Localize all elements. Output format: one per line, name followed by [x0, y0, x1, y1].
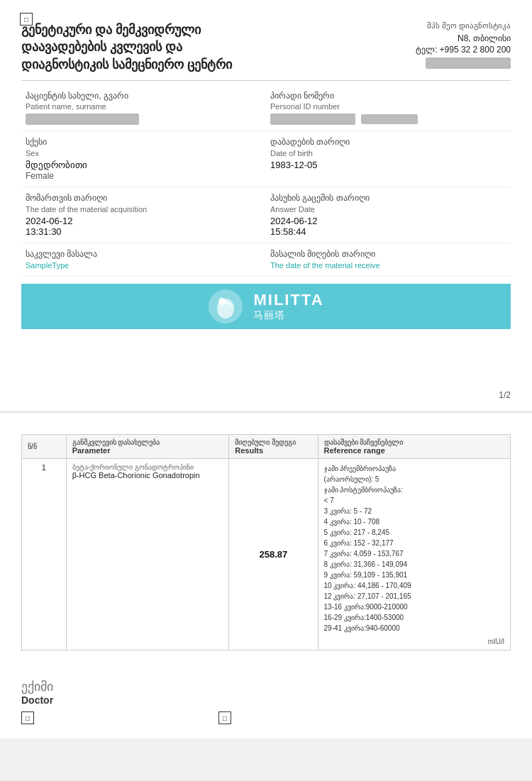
material-date-value: 2024-06-12 13:31:30 — [26, 216, 262, 237]
col-ref-geo: დასაშვები მაჩვენებელი — [324, 438, 504, 446]
doctor-label-en: Doctor — [21, 694, 511, 706]
result-value: 258.87 — [260, 549, 288, 560]
param-en: β-HCG Beta-Chorionic Gonadotropin — [72, 471, 223, 480]
personal-id-blurred2 — [361, 114, 418, 124]
banner-subtitle: 马丽塔 — [253, 309, 285, 322]
col-result-geo: მიღებული შედეგი — [235, 438, 311, 446]
patient-name-cell: პაციენტის სახელი, გვარი Patient name, su… — [21, 85, 266, 131]
col-ref-en: Reference range — [324, 446, 504, 455]
militta-logo-icon — [208, 289, 243, 324]
col-header-ref: დასაშვები მაჩვენებელი Reference range — [318, 435, 510, 459]
col-header-result: მიღებული შედეგი Results — [229, 435, 318, 459]
sig-box-1: □ — [21, 711, 34, 724]
unit: mIU/l — [324, 638, 504, 646]
sex-cell: სქესი Sex მდედრობითი Female — [21, 131, 266, 187]
material-date-label-en: The date of the material acquisition — [26, 204, 262, 214]
personal-id-label-geo: პირადი ნომერი — [270, 91, 506, 102]
sig-box-2: □ — [218, 711, 231, 724]
dob-value: 1983-12-05 — [270, 160, 506, 170]
clinic-info: შპს მეო დიაგნოსტიკა N8, თბილისი ტელ: +99… — [416, 21, 511, 73]
info-grid: პაციენტის სახელი, გვარი Patient name, su… — [21, 85, 511, 277]
answer-date-value: 2024-06-12 15:58:44 — [270, 216, 506, 237]
sample-type-cell: საკვლევი მასალა SampleType — [21, 243, 266, 277]
personal-id-cell: პირადი ნომერი Personal ID number — [266, 85, 511, 131]
col-result-en: Results — [235, 446, 311, 455]
personal-id-value — [270, 113, 506, 126]
header-divider — [21, 80, 511, 81]
corner-box: □ — [20, 13, 33, 26]
results-table: ნ/ნ განმკვლევის დასახელება Parameter მიღ… — [21, 434, 511, 650]
sex-label-geo: სქესი — [26, 137, 262, 148]
personal-id-blurred — [270, 113, 355, 125]
ref-range: ჯამი პრეემბრიოპაუზა (არაორსული): 5 ჯამი … — [324, 463, 504, 633]
sample-type-label-en: SampleType — [26, 260, 262, 270]
col-header-param: განმკვლევის დასახელება Parameter — [66, 435, 229, 459]
sex-label-en: Sex — [26, 148, 262, 158]
row-ref: ჯამი პრეემბრიოპაუზა (არაორსული): 5 ჯამი … — [318, 459, 510, 650]
answer-date-cell: პასუხის გაცემის თარიღი Answer Date 2024-… — [266, 187, 511, 243]
material-date-label-geo: მომართვის თარიღი — [26, 193, 262, 204]
personal-id-label-en: Personal ID number — [270, 101, 506, 111]
page-2: ნ/ნ განმკვლევის დასახელება Parameter მიღ… — [0, 411, 532, 738]
banner-brand: MILITTA — [253, 291, 323, 309]
dob-label-geo: დაბადების თარიღი — [270, 137, 506, 148]
page-number: 1/2 — [499, 390, 511, 400]
doctor-signatures: □ □ — [21, 711, 511, 724]
page-1: □ გენეტიკური და მემკვიდრული დაავადებების… — [0, 0, 532, 404]
material-receive-cell: მასალის მიღების თარიღი The date of the m… — [266, 243, 511, 277]
doctor-section: ექიმი Doctor □ □ — [21, 672, 511, 724]
row-num: 1 — [22, 459, 67, 650]
row-param: ბეტა-ქორიონული გონადოტროპინიβ-HCG Beta-C… — [66, 459, 229, 650]
table-row: 1ბეტა-ქორიონული გონადოტროპინიβ-HCG Beta-… — [22, 459, 511, 650]
row-result: 258.87 — [229, 459, 318, 650]
clinic-phone: ტელ: +995 32 2 800 200 — [416, 45, 511, 55]
clinic-id-blurred — [416, 57, 511, 69]
col-param-geo: განმკვლევის დასახელება — [72, 438, 223, 446]
doctor-label-geo: ექიმი — [21, 679, 511, 694]
col-param-en: Parameter — [72, 446, 223, 455]
sex-value: მდედრობითი Female — [26, 160, 262, 181]
clinic-section-label: შპს მეო დიაგნოსტიკა — [416, 21, 511, 31]
dob-cell: დაბადების თარიღი Date of birth 1983-12-0… — [266, 131, 511, 187]
dob-label-en: Date of birth — [270, 148, 506, 158]
material-receive-label-geo: მასალის მიღების თარიღი — [270, 249, 506, 260]
material-receive-label-en: The date of the material receive — [270, 260, 506, 270]
header-row: გენეტიკური და მემკვიდრული დაავადებების კ… — [21, 21, 511, 73]
banner: MILITTA 马丽塔 — [21, 284, 511, 329]
banner-text: MILITTA 马丽塔 — [253, 291, 323, 322]
address-text: N8, თბილისი — [458, 33, 511, 43]
patient-label-en: Patient name, surname — [26, 101, 262, 111]
clinic-address: N8, თბილისი — [416, 33, 511, 43]
sample-type-label-geo: საკვლევი მასალა — [26, 249, 262, 260]
patient-label-geo: პაციენტის სახელი, გვარი — [26, 91, 262, 102]
col-header-num: ნ/ნ — [22, 435, 67, 459]
answer-date-label-en: Answer Date — [270, 204, 506, 214]
patient-name-blurred — [26, 113, 139, 125]
patient-name-row — [26, 113, 262, 125]
col-num-geo: ნ/ნ — [28, 443, 60, 450]
material-date-cell: მომართვის თარიღი The date of the materia… — [21, 187, 266, 243]
param-geo: ბეტა-ქორიონული გონადოტროპინი — [72, 463, 223, 471]
blurred-id — [426, 57, 511, 69]
org-name: გენეტიკური და მემკვიდრული დაავადებების კ… — [21, 21, 262, 73]
answer-date-label-geo: პასუხის გაცემის თარიღი — [270, 193, 506, 204]
